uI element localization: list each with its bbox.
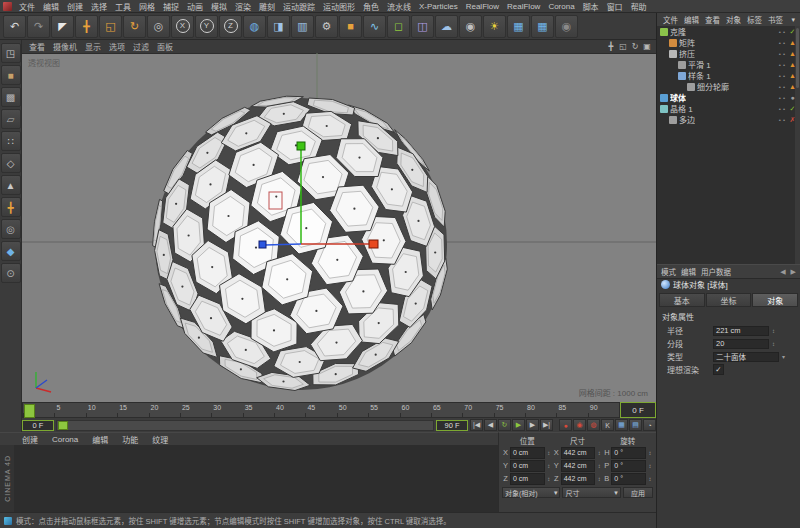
axis-mode-button[interactable]: ╋ xyxy=(1,197,21,217)
history-back-icon[interactable]: ◀ xyxy=(780,268,785,276)
zoom-icon[interactable]: ◱ xyxy=(617,42,629,51)
material-shelf[interactable] xyxy=(14,445,498,512)
lock-x-button[interactable]: X xyxy=(171,15,194,38)
scale-tool[interactable]: ◱ xyxy=(99,15,122,38)
property-value-field[interactable]: 221 cm xyxy=(713,326,769,336)
next-key-button[interactable]: ▶ xyxy=(526,419,539,431)
menu-item[interactable]: 工具 xyxy=(111,1,135,12)
menu-item[interactable]: 角色 xyxy=(359,1,383,12)
apply-button[interactable]: 应用 xyxy=(623,487,653,498)
coord-system-button[interactable]: ◍ xyxy=(243,15,266,38)
undo-button[interactable]: ↶ xyxy=(3,15,26,38)
stepper-icon[interactable]: ↕ xyxy=(596,476,602,482)
preview-range-slider[interactable] xyxy=(56,420,434,431)
menu-item[interactable]: 帮助 xyxy=(627,1,651,12)
workplane-mode-button[interactable]: ▱ xyxy=(1,109,21,129)
last-tool-button[interactable]: ◎ xyxy=(147,15,170,38)
maximize-icon[interactable]: ▣ xyxy=(641,42,653,51)
size-mode-select[interactable]: 尺寸▾ xyxy=(562,487,620,498)
object-manager-tab[interactable]: 标签 xyxy=(744,14,765,25)
viewport-menu-item[interactable]: 过滤 xyxy=(129,41,153,52)
tree-item-outline[interactable]: 细分轮廓 •• ▲ xyxy=(657,81,800,92)
coord-value-field[interactable]: 0 cm xyxy=(510,447,545,459)
play-button[interactable]: ▶ xyxy=(512,419,525,431)
solo-mode-button[interactable]: ◎ xyxy=(1,219,21,239)
material-tab[interactable]: 纹理 xyxy=(148,434,172,445)
visibility-dots-icon[interactable]: •• xyxy=(779,117,787,123)
add-light-button[interactable]: ☀ xyxy=(483,15,506,38)
tree-item-lattice[interactable]: 晶格 1 •• ✓ xyxy=(657,103,800,114)
edges-mode-button[interactable]: ◇ xyxy=(1,153,21,173)
object-manager-tab[interactable]: 编辑 xyxy=(681,14,702,25)
coord-value-field[interactable]: 0 cm xyxy=(510,460,545,472)
menu-item[interactable]: 脚本 xyxy=(579,1,603,12)
menu-item[interactable]: 运动图形 xyxy=(319,1,359,12)
viewport-menu-item[interactable]: 面板 xyxy=(153,41,177,52)
make-editable-button[interactable]: ◳ xyxy=(1,43,21,63)
viewport-menu-item[interactable]: 显示 xyxy=(81,41,105,52)
property-control-icon[interactable]: ▾ xyxy=(779,353,788,360)
stepper-icon[interactable]: ↕ xyxy=(546,476,552,482)
attribute-mode-item[interactable]: 模式 xyxy=(661,266,676,277)
menu-item[interactable]: 捕捉 xyxy=(159,1,183,12)
rotate-tool[interactable]: ↻ xyxy=(123,15,146,38)
coord-value-field[interactable]: 0 ° xyxy=(611,460,646,472)
tree-scrollbar[interactable] xyxy=(795,26,800,264)
object-manager-tab[interactable]: 对象 xyxy=(723,14,744,25)
coord-value-field[interactable]: 0 ° xyxy=(611,473,646,485)
add-primitive-button[interactable]: ■ xyxy=(339,15,362,38)
goto-start-button[interactable]: |◀ xyxy=(470,419,483,431)
menu-item[interactable]: 编辑 xyxy=(39,1,63,12)
menu-item[interactable]: 流水线 xyxy=(383,1,415,12)
material-tab[interactable]: Corona xyxy=(48,435,82,444)
range-start-field[interactable]: 0 F xyxy=(22,420,54,431)
record-params-button[interactable]: ◍ xyxy=(587,419,600,431)
menu-item[interactable]: 网格 xyxy=(135,1,159,12)
stepper-icon[interactable]: ↕ xyxy=(546,450,552,456)
menu-item[interactable]: 选择 xyxy=(87,1,111,12)
tree-item-sphere[interactable]: 球体 •• ● xyxy=(657,92,800,103)
add-generator-button[interactable]: ◻ xyxy=(387,15,410,38)
render-view-button[interactable]: ◨ xyxy=(267,15,290,38)
visibility-dots-icon[interactable]: •• xyxy=(779,106,787,112)
object-manager-tab[interactable]: 文件 xyxy=(660,14,681,25)
autokey-button[interactable]: ◉ xyxy=(573,419,586,431)
menu-item[interactable]: RealFlow xyxy=(503,2,544,11)
stepper-icon[interactable]: ↕ xyxy=(647,450,653,456)
texture-mode-button[interactable]: ▩ xyxy=(1,87,21,107)
display-filter-button[interactable]: ▤ xyxy=(629,419,642,431)
current-frame-marker[interactable] xyxy=(24,404,35,418)
range-handle[interactable] xyxy=(58,421,68,430)
stepper-icon[interactable]: ↕ xyxy=(546,463,552,469)
render-settings-button[interactable]: ⚙ xyxy=(315,15,338,38)
points-mode-button[interactable]: ∷ xyxy=(1,131,21,151)
goto-end-button[interactable]: ▶| xyxy=(540,419,553,431)
orbit-icon[interactable]: ↻ xyxy=(629,42,641,51)
history-forward-icon[interactable]: ▶ xyxy=(791,268,796,276)
range-end-field[interactable]: 90 F xyxy=(436,420,468,431)
tree-item-polygon[interactable]: 多边 •• ✗ xyxy=(657,114,800,125)
time-button[interactable]: ◔ xyxy=(643,419,656,431)
tree-item-cloner[interactable]: 克隆 •• ✓ xyxy=(657,26,800,37)
model-mode-button[interactable]: ■ xyxy=(1,65,21,85)
object-manager-tab[interactable]: 书签 xyxy=(765,14,786,25)
menu-item[interactable]: 雕刻 xyxy=(255,1,279,12)
live-selection-tool[interactable]: ◤ xyxy=(51,15,74,38)
menu-item[interactable]: 动画 xyxy=(183,1,207,12)
viewport-menu-item[interactable]: 查看 xyxy=(25,41,49,52)
coord-mode-select[interactable]: 对象(相对)▾ xyxy=(502,487,560,498)
object-manager-tab[interactable]: 查看 xyxy=(702,14,723,25)
add-camera-button[interactable]: ◉ xyxy=(459,15,482,38)
record-keyframe-button[interactable]: ● xyxy=(559,419,572,431)
menu-item[interactable]: X-Particles xyxy=(415,2,462,11)
attribute-mode-item[interactable]: 用户数据 xyxy=(701,266,731,277)
display-grid2-button[interactable]: ▦ xyxy=(531,15,554,38)
render-picture-viewer-button[interactable]: ▥ xyxy=(291,15,314,38)
snap-button[interactable]: ◆ xyxy=(1,241,21,261)
attribute-mode-item[interactable]: 编辑 xyxy=(681,266,696,277)
menu-item[interactable]: RealFlow xyxy=(462,2,503,11)
property-control-icon[interactable]: ↕ xyxy=(769,341,778,347)
visibility-dots-icon[interactable]: •• xyxy=(779,29,787,35)
menu-item[interactable]: 创建 xyxy=(63,1,87,12)
viewport-canvas[interactable] xyxy=(22,53,656,402)
